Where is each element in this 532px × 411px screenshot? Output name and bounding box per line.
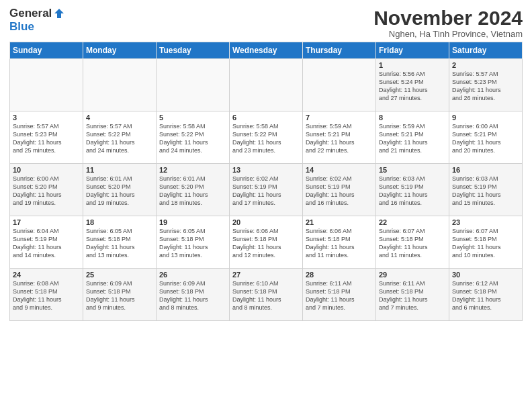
day-cell: 21Sunrise: 6:06 AM Sunset: 5:18 PM Dayli… [303,216,376,269]
day-cell: 12Sunrise: 6:01 AM Sunset: 5:20 PM Dayli… [157,164,230,216]
col-header-friday: Friday [376,42,449,59]
col-header-saturday: Saturday [449,42,523,59]
day-number: 7 [306,113,373,122]
day-cell: 4Sunrise: 5:57 AM Sunset: 5:22 PM Daylig… [83,111,157,164]
day-cell: 26Sunrise: 6:09 AM Sunset: 5:18 PM Dayli… [157,269,230,321]
logo-general: General [9,7,52,20]
day-cell: 20Sunrise: 6:06 AM Sunset: 5:18 PM Dayli… [230,216,303,269]
col-header-sunday: Sunday [10,42,83,59]
day-number: 14 [306,166,373,174]
col-header-monday: Monday [83,42,157,59]
day-info: Sunrise: 5:59 AM Sunset: 5:21 PM Dayligh… [306,122,373,155]
week-row-4: 24Sunrise: 6:08 AM Sunset: 5:18 PM Dayli… [10,269,523,321]
day-number: 2 [452,61,519,69]
week-row-2: 10Sunrise: 6:00 AM Sunset: 5:20 PM Dayli… [10,164,523,216]
day-number: 4 [86,113,153,122]
day-number: 1 [379,61,446,69]
day-cell: 3Sunrise: 5:57 AM Sunset: 5:23 PM Daylig… [10,111,83,164]
day-number: 17 [13,218,80,226]
day-number: 30 [452,271,519,279]
day-info: Sunrise: 5:57 AM Sunset: 5:23 PM Dayligh… [13,122,80,155]
logo-icon [53,7,65,19]
day-number: 10 [13,166,80,174]
day-cell [157,59,230,111]
day-cell: 23Sunrise: 6:07 AM Sunset: 5:18 PM Dayli… [449,216,523,269]
header-row: SundayMondayTuesdayWednesdayThursdayFrid… [10,42,523,59]
day-cell: 17Sunrise: 6:04 AM Sunset: 5:19 PM Dayli… [10,216,83,269]
day-cell: 28Sunrise: 6:11 AM Sunset: 5:18 PM Dayli… [303,269,376,321]
day-number: 29 [379,271,446,279]
day-info: Sunrise: 6:07 AM Sunset: 5:18 PM Dayligh… [379,227,446,260]
col-header-thursday: Thursday [303,42,376,59]
day-number: 27 [232,271,300,279]
day-info: Sunrise: 6:12 AM Sunset: 5:18 PM Dayligh… [452,279,519,312]
day-cell [83,59,157,111]
day-number: 25 [86,271,153,279]
col-header-wednesday: Wednesday [230,42,303,59]
day-info: Sunrise: 5:59 AM Sunset: 5:21 PM Dayligh… [379,122,446,155]
day-cell: 25Sunrise: 6:09 AM Sunset: 5:18 PM Dayli… [83,269,157,321]
day-info: Sunrise: 6:09 AM Sunset: 5:18 PM Dayligh… [86,279,153,312]
day-number: 18 [86,218,153,226]
svg-marker-0 [54,9,64,18]
day-cell: 6Sunrise: 5:58 AM Sunset: 5:22 PM Daylig… [230,111,303,164]
logo: General Blue [9,7,65,34]
day-number: 12 [159,166,226,174]
day-cell: 16Sunrise: 6:03 AM Sunset: 5:19 PM Dayli… [449,164,523,216]
day-info: Sunrise: 6:06 AM Sunset: 5:18 PM Dayligh… [306,227,373,260]
day-cell: 22Sunrise: 6:07 AM Sunset: 5:18 PM Dayli… [376,216,449,269]
day-number: 6 [232,113,300,122]
calendar-table: SundayMondayTuesdayWednesdayThursdayFrid… [9,42,523,321]
day-info: Sunrise: 6:09 AM Sunset: 5:18 PM Dayligh… [159,279,226,312]
day-info: Sunrise: 6:01 AM Sunset: 5:20 PM Dayligh… [86,175,153,208]
day-cell: 19Sunrise: 6:05 AM Sunset: 5:18 PM Dayli… [157,216,230,269]
week-row-3: 17Sunrise: 6:04 AM Sunset: 5:19 PM Dayli… [10,216,523,269]
day-info: Sunrise: 6:08 AM Sunset: 5:18 PM Dayligh… [13,279,80,312]
day-info: Sunrise: 5:57 AM Sunset: 5:23 PM Dayligh… [452,70,519,103]
col-header-tuesday: Tuesday [157,42,230,59]
day-info: Sunrise: 6:10 AM Sunset: 5:18 PM Dayligh… [232,279,300,312]
day-number: 23 [452,218,519,226]
day-info: Sunrise: 6:04 AM Sunset: 5:19 PM Dayligh… [13,227,80,260]
day-cell: 30Sunrise: 6:12 AM Sunset: 5:18 PM Dayli… [449,269,523,321]
day-number: 3 [13,113,80,122]
day-cell: 1Sunrise: 5:56 AM Sunset: 5:24 PM Daylig… [376,59,449,111]
day-number: 15 [379,166,446,174]
day-cell: 2Sunrise: 5:57 AM Sunset: 5:23 PM Daylig… [449,59,523,111]
day-info: Sunrise: 6:02 AM Sunset: 5:19 PM Dayligh… [232,175,300,208]
day-number: 21 [306,218,373,226]
day-number: 19 [159,218,226,226]
day-number: 22 [379,218,446,226]
page: General Blue November 2024 Nghen, Ha Tin… [0,0,532,411]
week-row-0: 1Sunrise: 5:56 AM Sunset: 5:24 PM Daylig… [10,59,523,111]
day-cell [10,59,83,111]
day-number: 24 [13,271,80,279]
day-cell: 15Sunrise: 6:03 AM Sunset: 5:19 PM Dayli… [376,164,449,216]
day-number: 16 [452,166,519,174]
logo-blue: Blue [9,20,34,34]
day-info: Sunrise: 6:06 AM Sunset: 5:18 PM Dayligh… [232,227,300,260]
day-cell: 8Sunrise: 5:59 AM Sunset: 5:21 PM Daylig… [376,111,449,164]
day-info: Sunrise: 5:58 AM Sunset: 5:22 PM Dayligh… [159,122,226,155]
day-number: 11 [86,166,153,174]
day-info: Sunrise: 5:56 AM Sunset: 5:24 PM Dayligh… [379,70,446,103]
day-cell: 7Sunrise: 5:59 AM Sunset: 5:21 PM Daylig… [303,111,376,164]
day-info: Sunrise: 6:05 AM Sunset: 5:18 PM Dayligh… [159,227,226,260]
day-cell: 27Sunrise: 6:10 AM Sunset: 5:18 PM Dayli… [230,269,303,321]
day-cell: 5Sunrise: 5:58 AM Sunset: 5:22 PM Daylig… [157,111,230,164]
day-info: Sunrise: 6:00 AM Sunset: 5:21 PM Dayligh… [452,122,519,155]
day-number: 26 [159,271,226,279]
week-row-1: 3Sunrise: 5:57 AM Sunset: 5:23 PM Daylig… [10,111,523,164]
day-info: Sunrise: 6:00 AM Sunset: 5:20 PM Dayligh… [13,175,80,208]
day-cell [303,59,376,111]
day-number: 13 [232,166,300,174]
month-title: November 2024 [373,7,523,29]
day-cell: 10Sunrise: 6:00 AM Sunset: 5:20 PM Dayli… [10,164,83,216]
day-info: Sunrise: 6:03 AM Sunset: 5:19 PM Dayligh… [452,175,519,208]
day-info: Sunrise: 5:58 AM Sunset: 5:22 PM Dayligh… [232,122,300,155]
day-cell: 24Sunrise: 6:08 AM Sunset: 5:18 PM Dayli… [10,269,83,321]
day-cell: 9Sunrise: 6:00 AM Sunset: 5:21 PM Daylig… [449,111,523,164]
location: Nghen, Ha Tinh Province, Vietnam [373,29,523,39]
day-info: Sunrise: 6:11 AM Sunset: 5:18 PM Dayligh… [306,279,373,312]
day-cell: 11Sunrise: 6:01 AM Sunset: 5:20 PM Dayli… [83,164,157,216]
